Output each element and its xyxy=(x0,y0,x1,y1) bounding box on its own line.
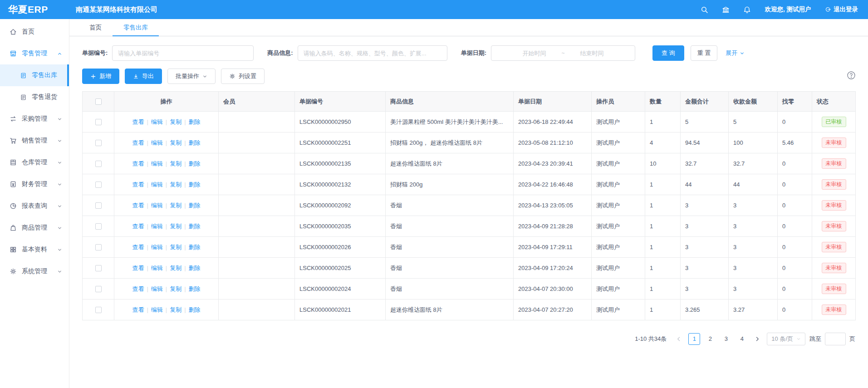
row-action-2[interactable]: 复制 xyxy=(170,202,181,209)
reset-button[interactable]: 重 置 xyxy=(691,45,718,61)
action-separator: | xyxy=(184,202,186,209)
sidebar-item-9[interactable]: 系统管理 xyxy=(0,260,69,282)
row-checkbox[interactable] xyxy=(95,223,102,230)
row-checkbox[interactable] xyxy=(95,265,102,271)
row-action-1[interactable]: 编辑 xyxy=(151,285,163,292)
row-action-3[interactable]: 删除 xyxy=(189,139,201,146)
select-all-checkbox[interactable] xyxy=(95,98,102,105)
row-action-1[interactable]: 编辑 xyxy=(151,306,163,313)
search-button[interactable]: 查 询 xyxy=(652,45,684,61)
row-action-0[interactable]: 查看 xyxy=(132,202,144,209)
sidebar-subitem-1[interactable]: 零售退货 xyxy=(0,86,69,108)
row-action-0[interactable]: 查看 xyxy=(132,181,144,188)
row-action-0[interactable]: 查看 xyxy=(132,139,144,146)
row-action-2[interactable]: 复制 xyxy=(170,118,181,125)
row-action-0[interactable]: 查看 xyxy=(132,223,144,230)
row-action-2[interactable]: 复制 xyxy=(170,223,181,230)
add-button[interactable]: 新增 xyxy=(82,69,119,84)
row-action-3[interactable]: 删除 xyxy=(189,244,201,250)
export-button[interactable]: 导出 xyxy=(125,69,162,84)
row-checkbox[interactable] xyxy=(95,307,102,313)
sidebar-item-8[interactable]: 基本资料 xyxy=(0,239,69,260)
sidebar-item-0[interactable]: 首页 xyxy=(0,21,69,43)
row-action-2[interactable]: 复制 xyxy=(170,306,181,313)
row-checkbox[interactable] xyxy=(95,140,102,146)
row-action-0[interactable]: 查看 xyxy=(132,160,144,167)
chevron-down-icon xyxy=(202,74,207,79)
row-action-3[interactable]: 删除 xyxy=(189,181,201,188)
row-action-2[interactable]: 复制 xyxy=(170,265,181,271)
table-row: 查看|编辑|复制|删除LSCK00000002021超迷你维达面纸 8片2023… xyxy=(83,300,856,320)
sidebar-subitem-0[interactable]: 零售出库 xyxy=(0,64,69,86)
row-checkbox[interactable] xyxy=(95,286,102,292)
expand-toggle[interactable]: 展开 xyxy=(726,49,745,57)
column-header: 单据日期 xyxy=(514,92,592,112)
row-action-3[interactable]: 删除 xyxy=(189,306,201,313)
row-checkbox[interactable] xyxy=(95,202,102,209)
row-action-1[interactable]: 编辑 xyxy=(151,181,163,188)
help-icon[interactable] xyxy=(847,71,856,80)
row-action-1[interactable]: 编辑 xyxy=(151,118,163,125)
order-no-input[interactable] xyxy=(112,45,254,61)
row-checkbox[interactable] xyxy=(95,161,102,167)
row-action-0[interactable]: 查看 xyxy=(132,306,144,313)
page-number-1[interactable]: 1 xyxy=(688,333,700,345)
row-action-1[interactable]: 编辑 xyxy=(151,139,163,146)
row-action-3[interactable]: 删除 xyxy=(189,118,201,125)
row-action-1[interactable]: 编辑 xyxy=(151,202,163,209)
qty-cell: 1 xyxy=(645,216,681,237)
next-page-button[interactable] xyxy=(752,336,763,342)
row-action-0[interactable]: 查看 xyxy=(132,285,144,292)
jump-page-input[interactable] xyxy=(825,333,846,345)
sidebar-item-6[interactable]: 报表查询 xyxy=(0,195,69,217)
page-size-select[interactable]: 10 条/页 xyxy=(767,333,805,345)
row-actions-cell: 查看|编辑|复制|删除 xyxy=(114,258,219,279)
page-number-3[interactable]: 3 xyxy=(720,333,732,345)
row-action-3[interactable]: 删除 xyxy=(189,202,201,209)
row-action-0[interactable]: 查看 xyxy=(132,244,144,250)
row-action-1[interactable]: 编辑 xyxy=(151,265,163,271)
sidebar-item-7[interactable]: 商品管理 xyxy=(0,217,69,239)
page-number-2[interactable]: 2 xyxy=(704,333,716,345)
row-action-3[interactable]: 删除 xyxy=(189,265,201,271)
row-action-3[interactable]: 删除 xyxy=(189,223,201,230)
row-action-1[interactable]: 编辑 xyxy=(151,244,163,250)
row-action-0[interactable]: 查看 xyxy=(132,118,144,125)
row-action-1[interactable]: 编辑 xyxy=(151,160,163,167)
sidebar-item-2[interactable]: 采购管理 xyxy=(0,108,69,130)
tab-1[interactable]: 零售出库 xyxy=(113,19,159,36)
row-action-2[interactable]: 复制 xyxy=(170,181,181,188)
row-action-3[interactable]: 删除 xyxy=(189,160,201,167)
end-date-input[interactable] xyxy=(565,50,619,57)
sidebar-item-1[interactable]: 零售管理 xyxy=(0,43,69,64)
row-action-2[interactable]: 复制 xyxy=(170,285,181,292)
row-action-2[interactable]: 复制 xyxy=(170,160,181,167)
start-date-input[interactable] xyxy=(507,50,562,57)
row-checkbox[interactable] xyxy=(95,119,102,125)
row-action-2[interactable]: 复制 xyxy=(170,244,181,250)
member-cell xyxy=(219,279,295,300)
bell-icon[interactable] xyxy=(743,6,751,14)
row-action-3[interactable]: 删除 xyxy=(189,285,201,292)
page-number-4[interactable]: 4 xyxy=(736,333,748,345)
sidebar-item-4[interactable]: 仓库管理 xyxy=(0,152,69,173)
row-checkbox[interactable] xyxy=(95,182,102,188)
goods-info-input[interactable] xyxy=(298,45,447,61)
date-range-input[interactable]: ~ xyxy=(491,45,635,61)
bank-icon[interactable] xyxy=(722,6,730,14)
tab-0[interactable]: 首页 xyxy=(78,19,113,36)
sidebar-item-3[interactable]: 销售管理 xyxy=(0,130,69,152)
row-checkbox[interactable] xyxy=(95,244,102,250)
search-icon[interactable] xyxy=(701,6,708,14)
table-row: 查看|编辑|复制|删除LSCK00000002026香烟2023-04-09 1… xyxy=(83,237,856,258)
row-action-1[interactable]: 编辑 xyxy=(151,223,163,230)
column-settings-button[interactable]: 列设置 xyxy=(221,69,265,84)
row-action-0[interactable]: 查看 xyxy=(132,265,144,271)
batch-actions-button[interactable]: 批量操作 xyxy=(167,69,216,84)
goods-cell: 香烟 xyxy=(386,195,514,216)
sidebar-item-5[interactable]: 财务管理 xyxy=(0,173,69,195)
prev-page-button[interactable] xyxy=(673,336,684,342)
app-logo[interactable]: 华夏ERP xyxy=(0,3,69,16)
row-action-2[interactable]: 复制 xyxy=(170,139,181,146)
logout-button[interactable]: 退出登录 xyxy=(825,5,858,14)
